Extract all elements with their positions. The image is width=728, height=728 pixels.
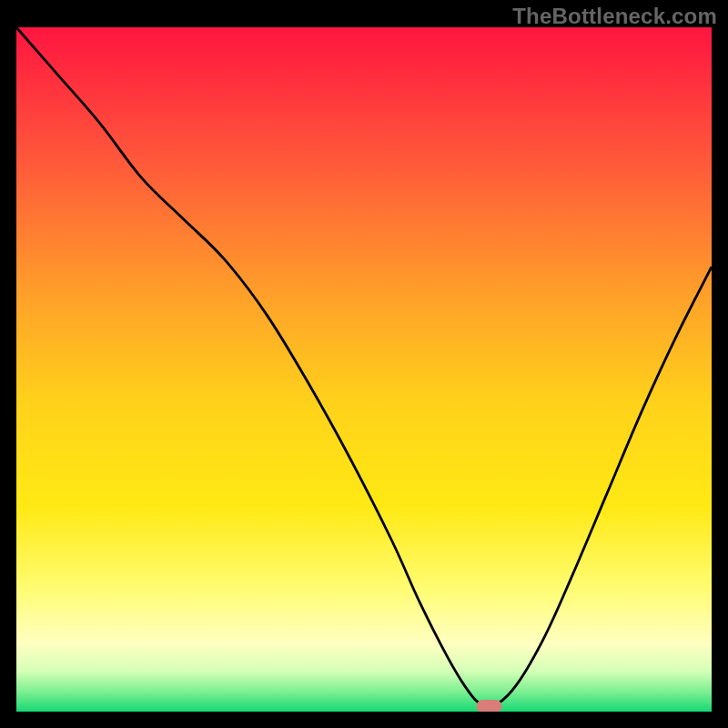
plot-area <box>16 27 712 712</box>
watermark-text: TheBottleneck.com <box>512 4 717 29</box>
optimal-marker <box>477 700 502 712</box>
bottleneck-chart <box>16 27 712 712</box>
chart-container: TheBottleneck.com <box>0 0 728 728</box>
gradient-background <box>16 27 712 712</box>
